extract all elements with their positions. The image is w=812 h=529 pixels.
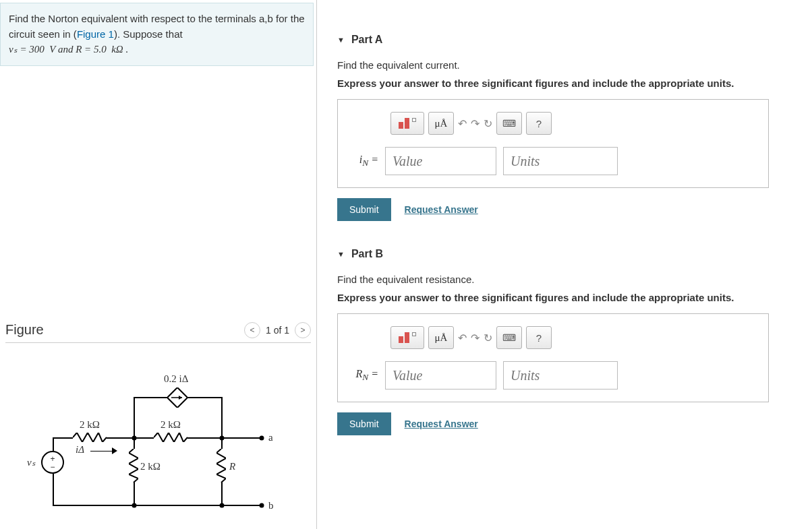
part-b-symbol: RN = [350,368,378,383]
keyboard-button[interactable]: ⌨ [496,326,522,349]
figure-next-button[interactable]: > [295,322,311,338]
caret-down-icon: ▼ [337,250,345,258]
figure-nav: < 1 of 1 > [244,322,311,338]
redo-button[interactable]: ↷ [471,117,480,130]
part-a-units-input[interactable] [503,147,618,175]
redo-button[interactable]: ↷ [471,332,480,344]
reset-button[interactable]: ↻ [484,332,492,344]
figure-link[interactable]: Figure 1 [77,28,114,40]
part-b-instruction: Find the equivalent resistance. [337,274,812,285]
units-button[interactable]: μÅ [428,112,454,135]
part-a-symbol: iN = [350,154,378,168]
part-b-value-input[interactable] [385,361,496,390]
part-a-request-answer-link[interactable]: Request Answer [405,204,478,215]
help-button[interactable]: ? [526,326,552,349]
caret-down-icon: ▼ [337,36,345,44]
part-b-request-answer-link[interactable]: Request Answer [405,418,478,429]
figure-prev-button[interactable]: < [244,322,260,338]
reset-button[interactable]: ↻ [484,117,492,130]
part-b-units-input[interactable] [503,361,618,390]
undo-button[interactable]: ↶ [458,332,467,344]
figure-count-label: 1 of 1 [266,325,289,336]
undo-button[interactable]: ↶ [458,117,467,130]
part-b-header[interactable]: ▼ Part B [337,248,812,260]
templates-button[interactable] [390,112,424,135]
templates-button[interactable] [390,326,424,349]
keyboard-button[interactable]: ⌨ [496,112,522,135]
figure-title: Figure [5,322,44,338]
part-b-submit-button[interactable]: Submit [337,412,391,435]
circuit-figure: 0.2 iΔ 2 kΩ 2 kΩ a iΔ [32,377,289,525]
part-a-value-input[interactable] [385,147,496,175]
help-button[interactable]: ? [526,112,552,135]
part-a-submit-button[interactable]: Submit [337,198,391,221]
part-a-bold-instruction: Express your answer to three significant… [337,77,812,89]
part-a-header[interactable]: ▼ Part A [337,34,812,46]
part-b-bold-instruction: Express your answer to three significant… [337,292,812,303]
units-button[interactable]: μÅ [428,326,454,349]
part-a-instruction: Find the equivalent current. [337,59,812,71]
part-a-answer-box: μÅ ↶ ↷ ↻ ⌨ ? iN = [337,99,769,188]
problem-statement: Find the Norton equivalent with respect … [0,3,314,66]
part-b-answer-box: μÅ ↶ ↷ ↻ ⌨ ? RN = [337,313,769,402]
